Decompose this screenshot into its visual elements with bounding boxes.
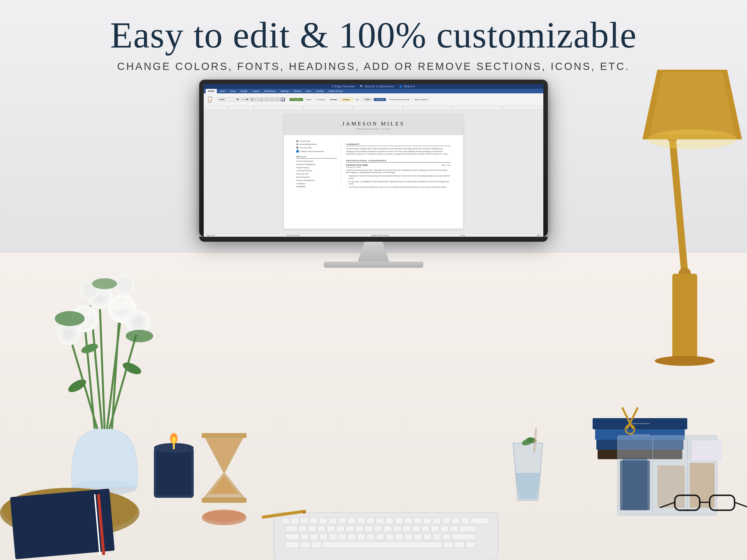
paste-icon[interactable]: 📋 [207,96,213,101]
doc-left-column: 123.456.7891 youremail@gmail.com Your Ci… [296,140,341,189]
bullet-3: Just make sure you have the experience t… [346,186,451,188]
strikethrough-button[interactable]: S [265,98,269,101]
underline-button[interactable]: U [259,98,264,101]
style-title[interactable]: Title [354,98,361,101]
job-title-row: POSITION TITLE HERE Date - Date [346,164,451,166]
skill-9: Adaptability [296,185,337,188]
skills-section-label: SKILLS [296,156,337,159]
share-button-area[interactable]: 👤 Share ▾ [399,85,415,88]
job-position-title: POSITION TITLE HERE [346,164,368,166]
monitor-chin [199,237,548,242]
skill-2: Contracts & Negotiations [296,163,337,166]
tab-shape-format[interactable]: Shape Format [326,89,345,93]
font-size-select[interactable]: 11 [240,98,249,101]
font-color-button[interactable]: A [281,98,285,101]
contact-phone: 123.456.7891 [296,140,337,142]
status-word-count: 333 of 802 words [286,235,300,236]
location-icon [296,146,299,149]
styles-pane-button[interactable]: Styles Pane [374,98,386,101]
word-status-bar: Page 1 of 2 333 of 802 words English (Un… [204,234,543,237]
request-signatures[interactable]: Request Signatures [412,98,430,101]
doc-two-column: 123.456.7891 youremail@gmail.com Your Ci… [296,140,451,189]
monitor-stand [351,242,396,262]
phone-text: 123.456.7891 [300,140,310,142]
monitor-outer: 2 Page Resume 🔍 Search in Document 👤 Sha… [199,80,548,237]
experience-section-label: PROFESSIONAL EXPERIENCE [346,160,451,162]
style-normal[interactable]: Normal [304,98,313,101]
subscript-button[interactable]: x₂ [270,98,275,101]
job-company: Company, Location [346,166,451,168]
skill-1: Process Improvement [296,160,337,162]
tab-mailings[interactable]: Mailings [278,89,291,93]
skill-3: Project Planning [296,166,337,169]
doc-content-area[interactable]: JAMESON MILES PROFESSIONAL TITLE 123.456… [204,109,543,234]
skill-8: Leadership [296,182,337,185]
paste-label: Paste [208,101,212,103]
tab-draw[interactable]: Draw [228,89,238,93]
paste-section: 📋 Paste [206,95,214,104]
style-heading1[interactable]: Heading 1 [328,98,340,101]
style-get-landed[interactable]: Get Landed... [290,98,303,101]
bullet-1: Targeting your resume to the job posting… [346,175,451,180]
search-in-document: 🔍 Search in Document [360,85,394,88]
ribbon-toolbar: 📋 Paste Calibri 11 B I U S x₂ x² A [204,93,543,106]
ribbon-tabs-bar: Home Insert Draw Design Layout Reference… [204,89,543,93]
tab-review[interactable]: Review [291,89,304,93]
doc-page: JAMESON MILES PROFESSIONAL TITLE 123.456… [284,114,463,229]
superscript-button[interactable]: x² [275,98,280,101]
monitor-container: 2 Page Resume 🔍 Search in Document 👤 Sha… [199,80,548,268]
phone-icon [296,140,298,142]
create-share-adobe[interactable]: Create and Share Adobe PDF [387,98,412,101]
skill-4: Improving Efficiency [296,169,337,172]
styles-section: Get Landed... Normal No Spacing Heading … [288,97,432,102]
tab-references[interactable]: References [262,89,278,93]
skill-7: Resource Management [296,179,337,182]
skill-6: Risk Assessment [296,176,337,179]
job-description: To get the most impact for your effort, … [346,169,451,174]
ruler [204,106,543,109]
style-aabb1[interactable]: AaBb1 [362,97,373,102]
tab-acrobat[interactable]: Acrobat [313,89,326,93]
location-text: Your City, State [300,147,311,149]
tab-view[interactable]: View [304,89,313,93]
resume-name: JAMESON MILES [296,121,451,127]
job-date: Date - Date [442,164,451,166]
style-no-spacing[interactable]: No Spacing [314,98,327,101]
tab-insert[interactable]: Insert [217,89,228,93]
contact-linkedin: in LinkedIn.com/in/ FirstLastname [296,150,337,153]
status-zoom[interactable]: 100% [536,235,541,236]
linkedin-text: LinkedIn.com/in/ FirstLastname [300,151,324,152]
svg-rect-175 [204,106,543,109]
resume-professional-title: PROFESSIONAL TITLE [296,128,451,130]
main-title: Easy to edit & 100% customizable [50,15,697,55]
monitor-base [324,262,423,268]
status-language: English (United States) [371,235,389,236]
style-heading2[interactable]: Heading 2 [341,98,353,101]
font-section: Calibri 11 B I U S x₂ x² A [216,97,287,102]
monitor-screen: 2 Page Resume 🔍 Search in Document 👤 Sha… [204,84,543,237]
word-title-bar: 2 Page Resume 🔍 Search in Document 👤 Sha… [204,84,543,89]
skill-5: Reducing Costs [296,173,337,175]
doc-resume-header: JAMESON MILES PROFESSIONAL TITLE [284,114,463,135]
tab-home[interactable]: Home [206,89,217,93]
italic-button[interactable]: I [255,98,259,101]
doc-right-column: SUMMARY Technical project manager with 9… [346,140,451,189]
contact-location: Your City, State [296,146,337,149]
email-icon [296,143,298,145]
bold-button[interactable]: B [250,98,255,101]
status-focus[interactable]: Focus [460,235,465,236]
status-page-count: Page 1 of 2 [206,235,215,236]
bullet-2: It's super easy – just highlight the mos… [346,181,451,185]
linkedin-icon: in [296,150,299,153]
subtitle: CHANGE COLORS, FONTS, HEADINGS, ADD or R… [50,60,697,73]
summary-text: Technical project manager with 9+ years … [346,148,451,156]
font-family-select[interactable]: Calibri [217,98,240,101]
tab-layout[interactable]: Layout [250,89,262,93]
contact-email: youremail@gmail.com [296,143,337,145]
header-area: Easy to edit & 100% customizable CHANGE … [50,15,697,73]
desk-surface [0,252,747,560]
summary-section-label: SUMMARY [346,143,451,146]
email-text: youremail@gmail.com [300,143,317,145]
word-title: 2 Page Resume [332,85,355,88]
tab-design[interactable]: Design [238,89,250,93]
